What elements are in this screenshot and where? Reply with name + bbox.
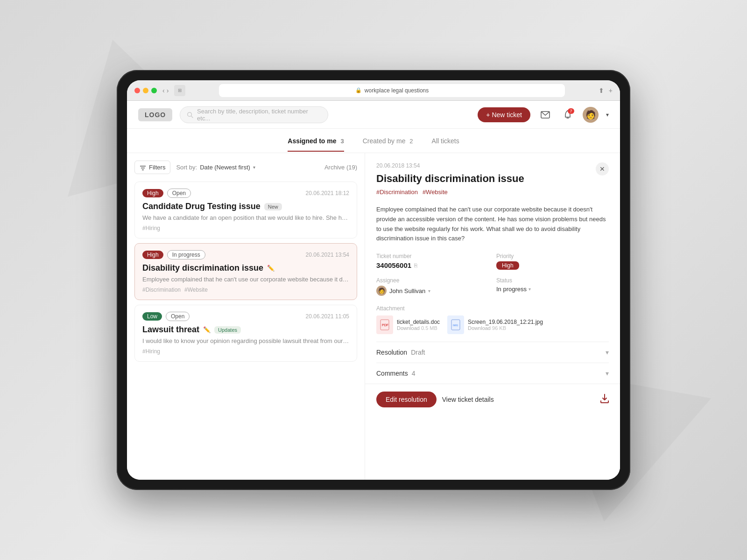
share-icon[interactable]: ⬆ (599, 87, 604, 94)
view-details-label: View ticket details (442, 396, 494, 403)
copy-icon[interactable]: ⎘ (414, 262, 417, 269)
email-icon[interactable] (538, 107, 553, 122)
view-ticket-details-button[interactable]: View ticket details (442, 396, 494, 403)
minimize-button[interactable] (143, 88, 148, 93)
maximize-button[interactable] (151, 88, 157, 93)
status-select[interactable]: In progress ▾ (496, 286, 609, 293)
tab-all-label: All tickets (432, 137, 459, 145)
ticket-card-1-header: High Open 20.06.2021 18:12 (142, 189, 349, 198)
ticket-tags-2: #Discrimination #Website (142, 287, 349, 293)
tab-created-count: 2 (409, 138, 413, 145)
ticket-desc-3: I would like to know your opinion regard… (142, 337, 349, 344)
file-name-1: ticket_details.doc (397, 319, 440, 325)
ticket-title-2: Disability discrimination issue ✏️ (142, 263, 349, 273)
attachment-label: Attachment (376, 305, 609, 312)
ticket-list: Filters Sort by: Date (Newest first) ▾ A… (127, 153, 365, 480)
edit-icon-2: ✏️ (267, 265, 275, 272)
download-icon-button[interactable] (600, 394, 609, 406)
ticket-card-3[interactable]: Low Open 20.06.2021 11:05 Lawsuit threat… (134, 305, 357, 362)
detail-timestamp: 20.06.2018 13:54 (376, 162, 596, 169)
comments-count: 4 (412, 370, 416, 377)
assignee-value[interactable]: 🧑 John Sullivan ▾ (376, 286, 489, 296)
logo: LOGO (138, 108, 172, 121)
tab-created-label: Created by me (363, 137, 406, 145)
ipad-screen: ‹ › ⊞ 🔒 workplace legal questions ⬆ + LO… (127, 80, 620, 480)
assignee-name: John Sullivan (389, 287, 425, 294)
ticket-card-2[interactable]: High In progress 20.06.2021 13:54 Disabi… (134, 243, 357, 300)
meta-priority: Priority High (496, 253, 609, 270)
ticket-tag-discrimination: #Discrimination (142, 287, 181, 293)
detail-panel: 20.06.2018 13:54 Disability discriminati… (365, 153, 620, 480)
status-label: Status (496, 277, 609, 284)
ticket-title-1: Candidate Drug Testing issue New (142, 202, 349, 211)
ticket-card-1[interactable]: High Open 20.06.2021 18:12 Candidate Dru… (134, 182, 357, 238)
ticket-tags-3: #Hiring (142, 348, 349, 355)
assignee-avatar: 🧑 (376, 286, 387, 296)
browser-chrome: ‹ › ⊞ 🔒 workplace legal questions ⬆ + (127, 80, 620, 101)
meta-assignee: Assignee 🧑 John Sullivan ▾ (376, 277, 489, 296)
url-text: workplace legal questions (365, 87, 429, 94)
ticket-title-3: Lawsuit threat ✏️ Updates (142, 325, 349, 335)
resolution-accordion[interactable]: Resolution Draft ▾ (376, 342, 609, 363)
detail-header: 20.06.2018 13:54 Disability discriminati… (376, 162, 609, 202)
tab-assigned-to-me[interactable]: Assigned to me 3 (288, 131, 344, 151)
status-chevron-icon: ▾ (529, 287, 531, 292)
detail-tag-discrimination: #Discrimination (376, 189, 418, 196)
edit-icon-3: ✏️ (203, 326, 211, 333)
tab-created-by-me[interactable]: Created by me 2 (363, 131, 413, 151)
ipad-frame: ‹ › ⊞ 🔒 workplace legal questions ⬆ + LO… (117, 70, 630, 490)
status-badge-2: In progress (167, 250, 205, 259)
detail-tag-website: #Website (423, 189, 448, 196)
ticket-tags-1: #Hiring (142, 225, 349, 231)
attachment-1[interactable]: PDF ticket_details.doc Download 0.5 MB (376, 315, 440, 334)
ticket-updates-badge-3: Updates (214, 326, 241, 334)
avatar[interactable]: 🧑 (583, 107, 599, 123)
sort-button[interactable]: Sort by: Date (Newest first) ▾ (176, 164, 255, 171)
new-ticket-label: + New ticket (486, 111, 522, 119)
detail-priority-badge: High (496, 261, 519, 270)
detail-tags: #Discrimination #Website (376, 189, 596, 196)
notifications-icon[interactable]: 7 (560, 107, 575, 122)
detail-body: Employee complained that he can't use ou… (376, 205, 609, 244)
ticket-date-3: 20.06.2021 11:05 (306, 313, 349, 320)
file-download-1: Download 0.5 MB (397, 325, 440, 331)
attachment-2[interactable]: IMG Screen_19.06.2018_12:21.jpg Download… (447, 315, 543, 334)
archive-button[interactable]: Archive (19) (324, 164, 357, 171)
sort-by-label: Sort by: (176, 164, 197, 171)
filter-icon (140, 164, 146, 171)
priority-value: High (496, 261, 609, 270)
search-icon (187, 112, 193, 118)
assignee-label: Assignee (376, 277, 489, 284)
status-badge-1: Open (167, 189, 191, 198)
new-ticket-button[interactable]: + New ticket (478, 107, 530, 122)
file-name-2: Screen_19.06.2018_12:21.jpg (468, 319, 543, 325)
new-tab-icon[interactable]: + (609, 87, 613, 94)
forward-arrow[interactable]: › (167, 87, 169, 94)
browser-actions: ⬆ + (599, 87, 613, 94)
assignee-chevron-icon: ▾ (428, 288, 430, 294)
back-arrow[interactable]: ‹ (162, 87, 165, 94)
navbar: LOGO Search by title, description, ticke… (127, 101, 620, 129)
search-bar[interactable]: Search by title, description, ticket num… (180, 106, 328, 123)
close-detail-button[interactable]: ✕ (596, 162, 609, 175)
status-value: In progress (496, 286, 527, 293)
priority-badge-2: High (142, 251, 163, 259)
tab-all-tickets[interactable]: All tickets (432, 131, 459, 151)
avatar-chevron-icon[interactable]: ▾ (606, 112, 609, 118)
comments-chevron-icon: ▾ (606, 370, 609, 377)
file-download-2: Download 96 KB (468, 325, 543, 331)
comments-accordion[interactable]: Comments 4 ▾ (376, 363, 609, 384)
url-bar[interactable]: 🔒 workplace legal questions (219, 84, 564, 97)
ticket-date-2: 20.06.2021 13:54 (306, 252, 349, 258)
ticket-number-label: Ticket number (376, 253, 489, 259)
file-icon-img: IMG (447, 315, 464, 334)
priority-label: Priority (496, 253, 609, 259)
filters-button[interactable]: Filters (134, 161, 170, 174)
edit-resolution-label: Edit resolution (386, 396, 427, 403)
svg-line-1 (191, 116, 193, 117)
lock-icon: 🔒 (355, 87, 362, 93)
close-button[interactable] (134, 88, 140, 93)
edit-resolution-button[interactable]: Edit resolution (376, 392, 437, 407)
tabs-bar: Assigned to me 3 Created by me 2 All tic… (127, 129, 620, 153)
tab-assigned-label: Assigned to me (288, 137, 336, 145)
